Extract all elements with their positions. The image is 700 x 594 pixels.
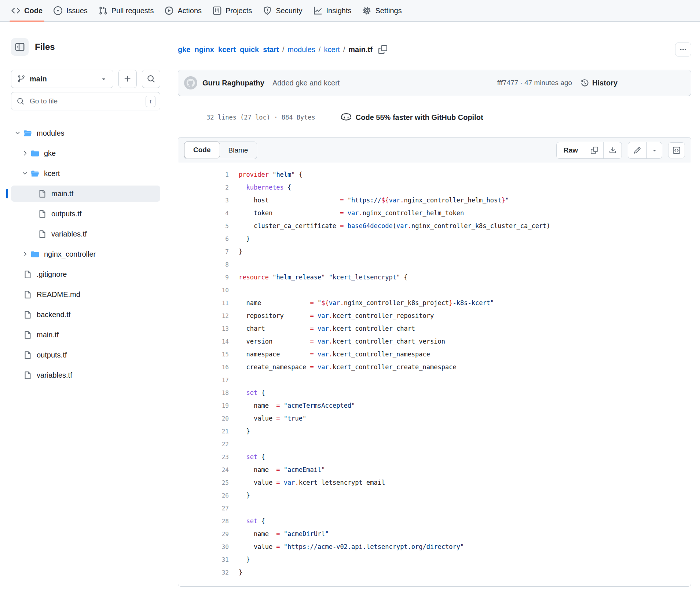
- add-file-button[interactable]: [118, 70, 137, 88]
- code-line: 1provider "helm" {: [178, 168, 691, 181]
- files-header: Files: [11, 38, 160, 56]
- chevron-spacer: [13, 271, 22, 278]
- line-number[interactable]: 15: [178, 348, 229, 361]
- breadcrumb-link-modules[interactable]: modules: [287, 45, 315, 54]
- edit-file-button[interactable]: [628, 142, 646, 158]
- line-number[interactable]: 21: [178, 425, 229, 438]
- go-to-file-input[interactable]: [29, 97, 141, 106]
- file-stats: 32 lines (27 loc) · 884 Bytes: [206, 114, 315, 121]
- line-number[interactable]: 23: [178, 451, 229, 463]
- tab-actions[interactable]: Actions: [159, 0, 207, 21]
- line-number[interactable]: 24: [178, 463, 229, 476]
- line-number[interactable]: 3: [178, 194, 229, 207]
- tab-blame[interactable]: Blame: [220, 142, 257, 159]
- line-number[interactable]: 25: [178, 476, 229, 489]
- code-text: }: [239, 425, 250, 438]
- commit-message[interactable]: Added gke and kcert: [272, 79, 340, 87]
- branch-row: main: [11, 70, 160, 88]
- line-number[interactable]: 30: [178, 540, 229, 553]
- code-blame-switch: CodeBlame: [184, 142, 257, 159]
- line-number[interactable]: 18: [178, 386, 229, 399]
- raw-button[interactable]: Raw: [557, 142, 585, 158]
- copy-path-button[interactable]: [378, 45, 387, 54]
- tree-item-label: outputs.tf: [37, 351, 67, 359]
- line-number[interactable]: 16: [178, 361, 229, 374]
- code-line: 19 name = "acmeTermsAccepted": [178, 399, 691, 412]
- line-number[interactable]: 32: [178, 566, 229, 579]
- commit-sha-time[interactable]: fff7477 · 47 minutes ago: [497, 79, 572, 87]
- go-to-file-box[interactable]: t: [11, 92, 160, 110]
- tree-item-variables-tf[interactable]: variables.tf: [11, 226, 160, 242]
- tab-label: Code: [24, 7, 43, 15]
- tree-item-kcert[interactable]: kcert: [11, 165, 160, 182]
- breadcrumb-repo-link[interactable]: gke_nginx_kcert_quick_start: [178, 45, 279, 54]
- code-line: 28 set {: [178, 515, 691, 528]
- line-number[interactable]: 5: [178, 220, 229, 232]
- line-number[interactable]: 27: [178, 502, 229, 515]
- symbols-button[interactable]: [668, 142, 685, 158]
- copilot-icon: [341, 112, 351, 122]
- tab-issues[interactable]: Issues: [48, 0, 93, 21]
- collapse-sidebar-button[interactable]: [11, 38, 29, 56]
- tab-code[interactable]: Code: [184, 142, 220, 158]
- line-number[interactable]: 14: [178, 335, 229, 348]
- avatar[interactable]: [184, 76, 197, 89]
- tab-code[interactable]: Code: [6, 0, 48, 21]
- tab-insights[interactable]: Insights: [308, 0, 357, 21]
- line-number[interactable]: 4: [178, 207, 229, 220]
- history-link[interactable]: History: [581, 79, 617, 87]
- download-button[interactable]: [603, 142, 622, 158]
- copy-file-button[interactable]: [585, 142, 603, 158]
- code-text: set {: [239, 515, 265, 528]
- code-text: repository = var.kcert_controller_reposi…: [239, 309, 434, 322]
- branch-selector[interactable]: main: [11, 70, 113, 88]
- code-text: version = var.kcert_controller_chart_ver…: [239, 335, 445, 348]
- line-number[interactable]: 31: [178, 553, 229, 566]
- tree-item-variables-tf[interactable]: variables.tf: [11, 367, 160, 383]
- tree-item-label: gke: [44, 149, 56, 158]
- line-number[interactable]: 11: [178, 297, 229, 309]
- line-number[interactable]: 10: [178, 284, 229, 297]
- tree-item-gitignore[interactable]: .gitignore: [11, 266, 160, 282]
- line-number[interactable]: 2: [178, 181, 229, 194]
- line-number[interactable]: 28: [178, 515, 229, 528]
- line-number[interactable]: 22: [178, 438, 229, 451]
- line-number[interactable]: 12: [178, 309, 229, 322]
- tab-settings[interactable]: Settings: [357, 0, 407, 21]
- tree-item-outputs-tf[interactable]: outputs.tf: [11, 347, 160, 363]
- tree-item-gke[interactable]: gke: [11, 145, 160, 161]
- commit-author[interactable]: Guru Raghupathy: [202, 79, 264, 87]
- line-number[interactable]: 29: [178, 528, 229, 540]
- tree-item-main-tf[interactable]: main.tf: [11, 327, 160, 343]
- tab-pull-requests[interactable]: Pull requests: [93, 0, 160, 21]
- tree-item-modules[interactable]: modules: [11, 125, 160, 141]
- tab-security[interactable]: Security: [257, 0, 308, 21]
- issue-icon: [54, 6, 62, 15]
- line-number[interactable]: 7: [178, 245, 229, 258]
- line-number[interactable]: 9: [178, 271, 229, 284]
- tree-item-nginx-controller[interactable]: nginx_controller: [11, 246, 160, 262]
- line-number[interactable]: 19: [178, 399, 229, 412]
- tree-item-main-tf[interactable]: main.tf: [11, 186, 160, 202]
- line-number[interactable]: 1: [178, 168, 229, 181]
- tab-projects[interactable]: Projects: [207, 0, 257, 21]
- code-text: create_namespace = var.kcert_controller_…: [239, 361, 457, 374]
- line-number[interactable]: 20: [178, 412, 229, 425]
- copilot-banner[interactable]: Code 55% faster with GitHub Copilot: [341, 112, 483, 122]
- edit-dropdown-button[interactable]: [646, 142, 662, 158]
- tree-item-readme-md[interactable]: README.md: [11, 286, 160, 302]
- line-number[interactable]: 13: [178, 322, 229, 335]
- tree-item-outputs-tf[interactable]: outputs.tf: [11, 206, 160, 222]
- breadcrumb-link-kcert[interactable]: kcert: [324, 45, 340, 54]
- code-line: 30 value = "https://acme-v02.api.letsenc…: [178, 540, 691, 553]
- code-text: name = "acmeTermsAccepted": [239, 399, 355, 412]
- search-repo-button[interactable]: [142, 70, 160, 88]
- tree-item-label: README.md: [37, 290, 80, 299]
- line-number[interactable]: 6: [178, 232, 229, 245]
- chevron-spacer: [28, 210, 37, 217]
- tree-item-backend-tf[interactable]: backend.tf: [11, 307, 160, 323]
- line-number[interactable]: 17: [178, 374, 229, 386]
- line-number[interactable]: 8: [178, 258, 229, 271]
- more-options-button[interactable]: [675, 43, 691, 56]
- line-number[interactable]: 26: [178, 489, 229, 502]
